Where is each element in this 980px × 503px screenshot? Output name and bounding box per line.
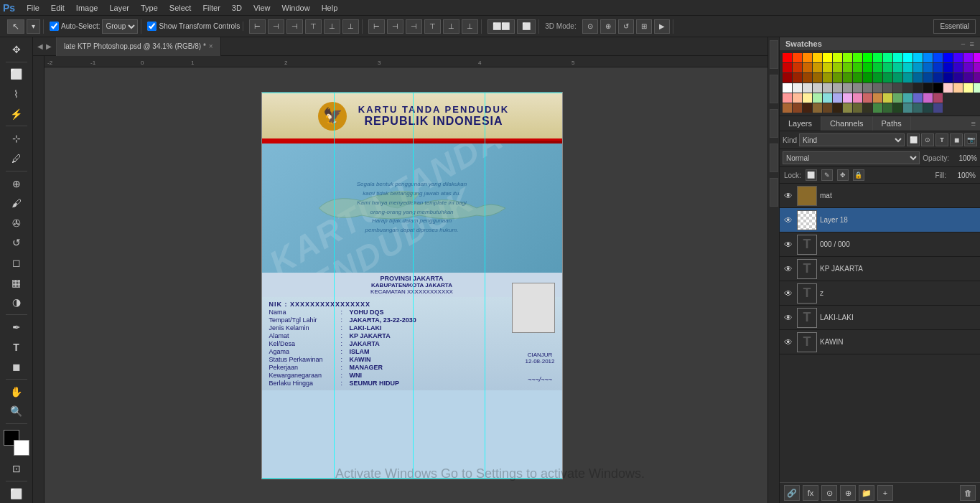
tab-close-btn[interactable]: × (209, 42, 213, 50)
swatch[interactable] (793, 53, 802, 62)
layer-item-18[interactable]: 👁 Layer 18 (780, 208, 980, 232)
shape-tool[interactable]: ◼ (7, 357, 26, 376)
3d-btn5[interactable]: ▶ (654, 19, 670, 34)
menu-edit[interactable]: Edit (45, 0, 70, 16)
swatch[interactable] (833, 73, 842, 83)
layer-link-btn[interactable]: 🔗 (784, 485, 800, 501)
screen-mode-btn[interactable]: ⬜ (7, 484, 26, 503)
layer-item[interactable]: 👁 mat (780, 184, 980, 208)
swatch[interactable] (853, 63, 862, 72)
swatch[interactable] (883, 83, 892, 93)
swatch[interactable] (803, 83, 812, 93)
layer-vis-3[interactable]: 👁 (783, 312, 794, 324)
swatch[interactable] (843, 103, 852, 113)
dodge-tool[interactable]: ◑ (7, 293, 26, 311)
layer-item-KP-JAKARTA[interactable]: 👁 T KP JAKARTA (780, 257, 980, 281)
swatch[interactable] (883, 73, 892, 83)
swatch[interactable] (893, 53, 902, 62)
layer-style-btn[interactable]: fx (803, 485, 818, 501)
swatch[interactable] (863, 93, 872, 103)
swatch[interactable] (913, 73, 923, 83)
swatch[interactable] (974, 83, 980, 93)
swatch[interactable] (823, 63, 832, 72)
swatch[interactable] (883, 93, 892, 103)
swatch[interactable] (953, 73, 963, 83)
swatch[interactable] (823, 53, 832, 62)
swatch[interactable] (913, 83, 923, 93)
swatch[interactable] (813, 103, 822, 113)
swatch[interactable] (803, 53, 812, 62)
swatch[interactable] (813, 83, 822, 93)
swatch[interactable] (913, 93, 923, 103)
strip-btn-5[interactable] (770, 178, 778, 207)
swatch[interactable] (863, 83, 872, 93)
swatch[interactable] (974, 73, 980, 83)
swatch[interactable] (974, 63, 980, 72)
swatch[interactable] (843, 53, 852, 62)
filter-smart-icon[interactable]: 📷 (964, 133, 977, 146)
swatch[interactable] (893, 103, 902, 113)
swatch[interactable] (853, 73, 862, 83)
swatch[interactable] (923, 73, 933, 83)
layer-group-btn[interactable]: 📁 (859, 485, 874, 501)
lock-move-icon[interactable]: ✥ (837, 169, 849, 181)
swatches-minimize-icon[interactable]: − (961, 39, 965, 48)
menu-type[interactable]: Type (135, 0, 164, 16)
swatch[interactable] (863, 103, 872, 113)
swatch[interactable] (923, 83, 933, 93)
layer-vis-2[interactable]: 👁 (783, 288, 794, 299)
align-top-btn[interactable]: ⊤ (305, 19, 322, 34)
swatch[interactable] (893, 83, 902, 93)
essential-btn[interactable]: Essential (933, 19, 976, 34)
swatch[interactable] (923, 63, 933, 72)
swatch[interactable] (783, 53, 792, 62)
swatch[interactable] (783, 93, 792, 103)
swatch[interactable] (974, 53, 980, 62)
swatch[interactable] (923, 53, 933, 62)
layer-item-LAKI-LAKI[interactable]: 👁 T LAKI-LAKI (780, 306, 980, 330)
lasso-tool[interactable]: ⌇ (7, 85, 26, 103)
lock-all-icon[interactable]: 🔒 (853, 169, 864, 181)
swatch[interactable] (793, 73, 802, 83)
strip-btn-1[interactable] (770, 40, 778, 69)
menu-select[interactable]: Select (164, 0, 197, 16)
dist-cv-btn[interactable]: ⊥ (443, 19, 459, 34)
swatch[interactable] (933, 103, 943, 113)
document-tab[interactable]: late KTP Photoshop.psd @ 34.1% (RGB/8) *… (57, 37, 221, 56)
magic-wand-tool[interactable]: ⚡ (7, 105, 26, 123)
3d-btn3[interactable]: ↺ (618, 19, 634, 34)
auto-select-type[interactable]: Group Layer (102, 19, 138, 34)
filter-adjustment-icon[interactable]: ⊙ (921, 133, 934, 146)
swatch[interactable] (793, 83, 802, 93)
arrange-btn[interactable]: ⬜⬜ (487, 19, 515, 34)
swatch[interactable] (813, 63, 822, 72)
swatch[interactable] (903, 93, 913, 103)
swatch[interactable] (883, 63, 892, 72)
swatch[interactable] (903, 83, 913, 93)
eyedropper-tool[interactable]: 🖊 (7, 149, 26, 168)
swatch[interactable] (933, 53, 943, 62)
swatch[interactable] (873, 53, 882, 62)
swatches-panel-header[interactable]: Swatches − ≡ (780, 37, 980, 50)
swatch[interactable] (843, 63, 852, 72)
swatch[interactable] (873, 63, 882, 72)
strip-btn-2[interactable] (770, 75, 778, 103)
menu-help[interactable]: Help (316, 0, 344, 16)
swatch[interactable] (873, 73, 882, 83)
swatch[interactable] (843, 93, 852, 103)
swatch[interactable] (853, 53, 862, 62)
menu-3d[interactable]: 3D (226, 0, 248, 16)
swatch[interactable] (833, 53, 842, 62)
strip-btn-3[interactable] (770, 109, 778, 138)
swatch[interactable] (873, 93, 882, 103)
align-left-btn[interactable]: ⊢ (249, 19, 266, 34)
swatch[interactable] (903, 53, 913, 62)
filter-pixel-icon[interactable]: ⬜ (907, 133, 920, 146)
swatch[interactable] (783, 73, 792, 83)
swatch[interactable] (943, 83, 953, 93)
swatch[interactable] (963, 83, 973, 93)
eraser-tool[interactable]: ◻ (7, 253, 26, 272)
menu-image[interactable]: Image (70, 0, 104, 16)
layer-item-z[interactable]: 👁 T z (780, 281, 980, 306)
swatch[interactable] (883, 53, 892, 62)
